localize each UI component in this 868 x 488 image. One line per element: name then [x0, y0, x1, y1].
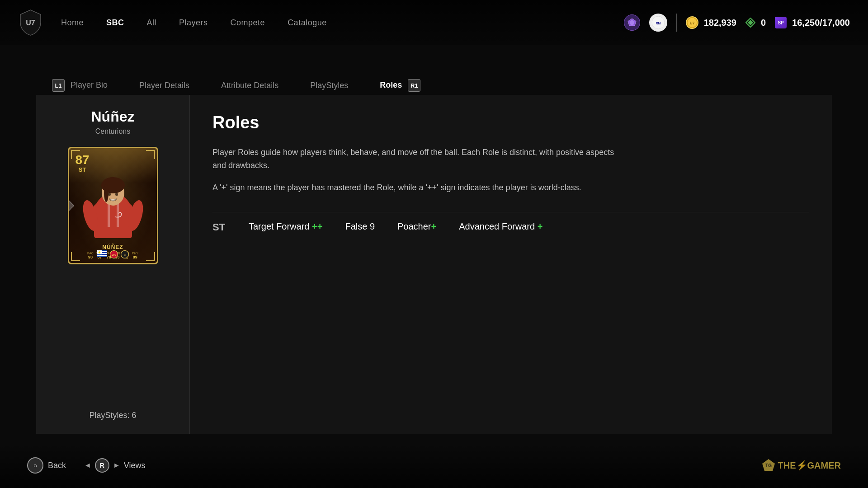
nav-all[interactable]: All [147, 18, 157, 28]
views-button[interactable]: ◄ R ► Views [84, 458, 145, 473]
circle-back-icon: ○ [27, 457, 43, 474]
roles-table: ST Target Forward ++ False 9 Poacher+ [212, 212, 809, 242]
coins-amount: 182,939 [704, 18, 736, 28]
svg-rect-10 [94, 204, 132, 238]
role-false-9: False 9 [345, 221, 375, 232]
watermark: TG THE⚡GAMER [761, 458, 841, 473]
green-currency-amount: 0 [761, 18, 766, 28]
bottom-controls: ○ Back ◄ R ► Views [27, 457, 145, 474]
roles-note: A '+' sign means the player has mastered… [212, 181, 619, 194]
extra-badge: ★ [121, 250, 129, 258]
nav-sbc[interactable]: SBC [106, 18, 124, 28]
views-label: Views [124, 461, 146, 470]
back-label: Back [48, 461, 66, 470]
player-card: 87 ST [68, 147, 158, 264]
top-right-currency: RM U7 182,939 0 SP 16,250/17,0 [624, 14, 850, 32]
gems-icon [624, 14, 640, 31]
svg-text:RM: RM [656, 22, 660, 25]
rating-position: ST [75, 166, 90, 173]
watermark-text: THE⚡GAMER [778, 460, 841, 471]
svg-text:LFC: LFC [112, 253, 116, 256]
playstyles-label: PlayStyles: 6 [89, 411, 136, 420]
nav-catalogue[interactable]: Catalogue [288, 18, 327, 28]
bottom-bar: ○ Back ◄ R ► Views TG THE⚡GAMER [0, 443, 868, 488]
roles-title: Roles [212, 113, 809, 132]
sp-currency-group: SP 16,250/17,000 [775, 17, 850, 28]
role-position-st: ST [212, 221, 249, 233]
card-rating: 87 ST [75, 154, 90, 173]
nav-players[interactable]: Players [179, 18, 208, 28]
nav-compete[interactable]: Compete [231, 18, 265, 28]
player-edition: Centurions [95, 127, 130, 136]
r1-badge: R1 [408, 79, 420, 92]
green-currency-group: 0 [745, 18, 766, 28]
l1-badge: L1 [52, 79, 65, 92]
card-frame: 87 ST [68, 147, 158, 264]
sp-icon: SP [775, 17, 787, 28]
nav-home[interactable]: Home [61, 18, 84, 28]
coins-group: U7 182,939 [686, 16, 736, 29]
roles-row-st: ST Target Forward ++ False 9 Poacher+ [212, 212, 809, 242]
liverpool-badge: LFC [110, 250, 118, 258]
svg-rect-24 [97, 256, 107, 257]
svg-point-17 [104, 184, 108, 202]
r-btn-icon: R [95, 458, 109, 473]
roles-description: Player Roles guide how players think, be… [212, 146, 619, 172]
arrow-left-icon: ◄ [84, 461, 91, 469]
uruguay-flag [97, 250, 107, 257]
main-nav: Home SBC All Players Compete Catalogue [61, 18, 624, 28]
role-poacher: Poacher+ [397, 221, 436, 232]
watermark-logo: TG [761, 458, 776, 473]
svg-text:U7: U7 [689, 21, 694, 25]
player-card-panel: Núñez Centurions 87 ST [36, 95, 190, 434]
svg-rect-12 [117, 204, 119, 227]
logo-area: U7 [18, 9, 43, 36]
club-badge: RM [649, 14, 667, 32]
arrow-right-icon: ► [113, 461, 120, 469]
tab-playstyles[interactable]: PlayStyles [294, 74, 364, 97]
coin-icon: U7 [686, 16, 698, 29]
svg-point-19 [115, 193, 118, 196]
card-player-name: Núñez [69, 244, 157, 250]
top-bar: U7 Home SBC All Players Compete Catalogu… [0, 0, 868, 45]
svg-text:TG: TG [765, 463, 772, 468]
svg-rect-11 [108, 204, 110, 227]
back-button[interactable]: ○ Back [27, 457, 66, 474]
roles-panel: Roles Player Roles guide how players thi… [190, 95, 832, 434]
player-name: Núñez [91, 108, 135, 125]
card-corner-tr [146, 150, 155, 159]
svg-point-18 [108, 193, 111, 196]
main-content: Núñez Centurions 87 ST [36, 95, 832, 434]
rating-number: 87 [75, 154, 90, 166]
tab-attribute-details[interactable]: Attribute Details [205, 74, 294, 97]
green-currency-icon [745, 18, 755, 28]
currency-separator [676, 14, 677, 32]
shield-icon: U7 [18, 9, 43, 36]
svg-marker-8 [748, 20, 753, 25]
roles-list: Target Forward ++ False 9 Poacher+ Advan… [249, 221, 542, 232]
svg-text:U7: U7 [26, 19, 35, 27]
role-advanced-forward: Advanced Forward + [459, 221, 542, 232]
tab-player-details[interactable]: Player Details [123, 74, 205, 97]
sp-amount: 16,250/17,000 [792, 18, 850, 28]
role-target-forward: Target Forward ++ [249, 221, 322, 232]
svg-point-26 [99, 252, 100, 253]
card-flags: LFC ★ [69, 250, 157, 261]
